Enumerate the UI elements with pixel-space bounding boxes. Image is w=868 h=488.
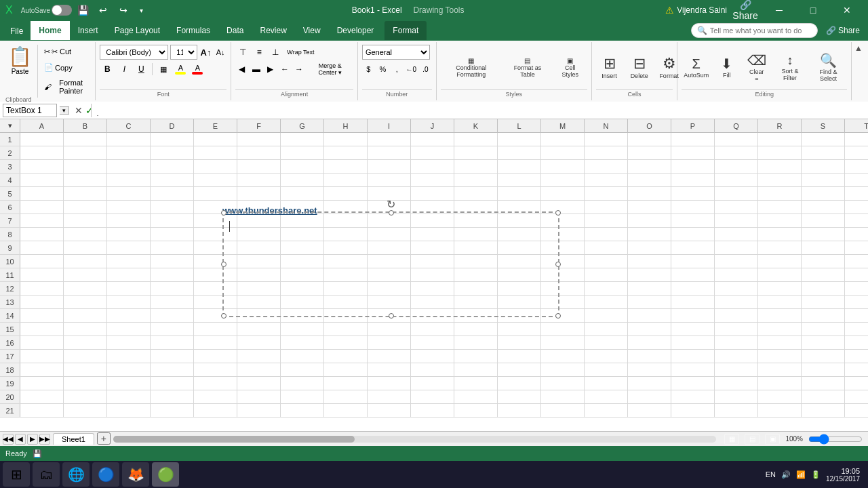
cell-P14[interactable] [671,309,715,322]
cell-D9[interactable] [151,241,194,254]
cell-S18[interactable] [802,363,845,376]
formula-input[interactable] [97,106,865,115]
cell-T11[interactable] [845,268,868,281]
align-center-button[interactable]: ▬ [250,62,262,77]
cell-G4[interactable] [281,174,324,186]
start-button[interactable]: ⊞ [3,462,30,487]
cell-O3[interactable] [628,160,671,173]
cell-Q16[interactable] [715,336,758,349]
cell-Q2[interactable] [715,146,758,159]
cell-F21[interactable] [237,404,281,417]
undo-button[interactable]: ↩ [94,0,113,20]
cell-A5[interactable] [20,187,64,200]
taskbar-explorer[interactable]: 🗂 [33,462,60,487]
cell-T12[interactable] [845,282,868,295]
cell-N20[interactable] [585,390,628,403]
cell-A14[interactable] [20,309,64,322]
cell-Q15[interactable] [715,323,758,336]
cell-K5[interactable] [454,187,498,200]
cell-O16[interactable] [628,336,671,349]
cell-E4[interactable] [194,174,237,186]
cell-K20[interactable] [454,390,498,403]
cell-K21[interactable] [454,404,498,417]
cell-D6[interactable] [151,201,194,214]
cell-C3[interactable] [107,160,151,173]
cell-A6[interactable] [20,201,64,214]
cell-G19[interactable] [281,377,324,390]
cell-L1[interactable] [498,133,541,146]
col-header-f[interactable]: F [237,119,281,132]
cell-E5[interactable] [194,187,237,200]
tab-home[interactable]: Home [31,21,69,40]
cell-S13[interactable] [802,296,845,308]
cell-C7[interactable] [107,214,151,227]
col-header-l[interactable]: L [498,119,541,132]
name-box-dropdown[interactable]: ▾ [60,106,69,115]
cell-B11[interactable] [64,268,107,281]
cell-J3[interactable] [411,160,454,173]
select-all-button[interactable]: ▾ [0,119,20,132]
cell-K4[interactable] [454,174,498,186]
cell-D19[interactable] [151,377,194,390]
cell-N21[interactable] [585,404,628,417]
cell-C17[interactable] [107,350,151,363]
cell-T16[interactable] [845,336,868,349]
paste-button[interactable]: 📋 Paste [3,45,38,98]
cell-B13[interactable] [64,296,107,308]
cell-L2[interactable] [498,146,541,159]
cell-J18[interactable] [411,363,454,376]
cell-O20[interactable] [628,390,671,403]
cell-O15[interactable] [628,323,671,336]
cell-O17[interactable] [628,350,671,363]
cell-B6[interactable] [64,201,107,214]
cell-S19[interactable] [802,377,845,390]
cell-T7[interactable] [845,214,868,227]
cell-B1[interactable] [64,133,107,146]
handle-ml[interactable] [221,262,226,267]
cell-B4[interactable] [64,174,107,186]
cell-F3[interactable] [237,160,281,173]
cell-J20[interactable] [411,390,454,403]
cell-D5[interactable] [151,187,194,200]
cell-C18[interactable] [107,363,151,376]
cell-Q10[interactable] [715,255,758,268]
cell-S3[interactable] [802,160,845,173]
find-select-button[interactable]: 🔍 Find & Select [810,49,847,85]
cell-O4[interactable] [628,174,671,186]
tab-insert[interactable]: Insert [70,21,106,40]
cell-A12[interactable] [20,282,64,295]
cell-K19[interactable] [454,377,498,390]
tab-file[interactable]: File [3,21,31,40]
cell-R9[interactable] [758,241,802,254]
cell-P15[interactable] [671,323,715,336]
sheet-nav-first[interactable]: ◀◀ [3,434,14,445]
cell-L21[interactable] [498,404,541,417]
cell-N3[interactable] [585,160,628,173]
cell-B10[interactable] [64,255,107,268]
format-painter-button[interactable]: 🖌 Format Painter [41,77,92,97]
cell-A20[interactable] [20,390,64,403]
cell-F15[interactable] [237,323,281,336]
col-header-j[interactable]: J [411,119,454,132]
sheet-nav-prev[interactable]: ◀ [15,434,26,445]
cell-M5[interactable] [541,187,585,200]
cell-C1[interactable] [107,133,151,146]
tab-format[interactable]: Format [384,21,427,40]
tab-developer[interactable]: Developer [329,21,382,40]
cell-I19[interactable] [368,377,411,390]
cell-C2[interactable] [107,146,151,159]
delete-cells-button[interactable]: ⊟ Delete [626,52,653,82]
cell-N2[interactable] [585,146,628,159]
rotate-handle[interactable]: ↻ [387,198,395,211]
cell-C13[interactable] [107,296,151,308]
cell-Q13[interactable] [715,296,758,308]
cell-G17[interactable] [281,350,324,363]
cell-S21[interactable] [802,404,845,417]
cell-R18[interactable] [758,363,802,376]
cell-K1[interactable] [454,133,498,146]
increase-decimal-button[interactable]: .0 [419,62,432,77]
cell-K2[interactable] [454,146,498,159]
cell-O6[interactable] [628,201,671,214]
border-button[interactable]: ▦ [156,62,171,77]
col-header-a[interactable]: A [20,119,64,132]
